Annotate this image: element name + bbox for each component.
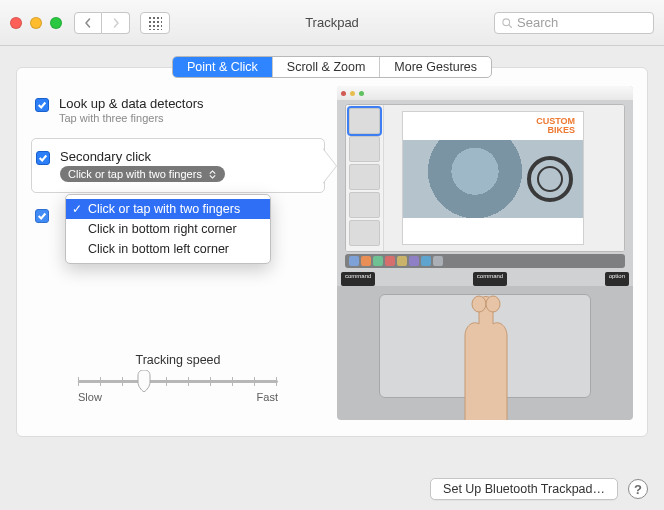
preview-key-row: command command option [337,272,633,286]
content: Point & Click Scroll & Zoom More Gesture… [0,46,664,510]
checkbox-tap-to-click[interactable] [35,209,49,223]
preview-area: CUSTOMBIKES command command option [337,86,633,420]
show-all-button[interactable] [140,12,170,34]
chevron-left-icon [83,18,93,28]
back-button[interactable] [74,12,102,34]
setting-secondary-selected: Click or tap with two fingers [68,168,202,180]
chevron-updown-icon [208,170,217,179]
search-placeholder: Search [517,15,558,30]
setting-lookup[interactable]: Look up & data detectors Tap with three … [31,86,325,134]
gesture-preview: CUSTOMBIKES command command option [337,86,633,424]
preview-window: CUSTOMBIKES [345,104,625,252]
menu-option-bottom-left[interactable]: Click in bottom left corner [66,239,270,259]
setting-lookup-title: Look up & data detectors [59,96,204,111]
tab-more-gestures[interactable]: More Gestures [380,57,491,77]
traffic-lights [10,17,62,29]
tab-scroll-and-zoom[interactable]: Scroll & Zoom [273,57,381,77]
svg-line-1 [509,24,512,27]
setting-secondary-click[interactable]: Secondary click Click or tap with two fi… [31,138,325,193]
slider-max-label: Fast [257,391,278,403]
search-input[interactable]: Search [494,12,654,34]
chevron-right-icon [111,18,121,28]
svg-point-2 [472,296,486,312]
help-button[interactable]: ? [628,479,648,499]
menu-option-bottom-right[interactable]: Click in bottom right corner [66,219,270,239]
hand-icon [425,286,545,420]
search-icon [501,17,513,29]
setting-secondary-select[interactable]: Click or tap with two fingers [60,166,225,182]
tab-point-and-click[interactable]: Point & Click [173,57,273,77]
fullscreen-window-button[interactable] [50,17,62,29]
check-icon [38,153,48,163]
tracking-speed-label: Tracking speed [31,353,325,367]
forward-button[interactable] [102,12,130,34]
check-icon [37,211,47,221]
footer: Set Up Bluetooth Trackpad… ? [16,478,648,500]
nav-buttons [74,12,130,34]
secondary-click-menu: Click or tap with two fingers Click in b… [65,194,271,264]
svg-point-3 [486,296,500,312]
preview-dock [345,254,625,268]
tab-bar: Point & Click Scroll & Zoom More Gesture… [16,56,648,78]
slider-min-label: Slow [78,391,102,403]
checkbox-lookup[interactable] [35,98,49,112]
menu-option-two-fingers[interactable]: Click or tap with two fingers [66,199,270,219]
setup-bluetooth-trackpad-button[interactable]: Set Up Bluetooth Trackpad… [430,478,618,500]
tracking-speed-area: Tracking speed Slow Fast [31,353,325,403]
minimize-window-button[interactable] [30,17,42,29]
preview-menubar [337,86,633,100]
checkbox-secondary[interactable] [36,151,50,165]
grid-icon [148,16,162,30]
setting-lookup-subtitle: Tap with three fingers [59,112,204,124]
close-window-button[interactable] [10,17,22,29]
slider-thumb-icon [137,370,151,392]
check-icon [37,100,47,110]
titlebar: Trackpad Search [0,0,664,46]
settings-panel: Look up & data detectors Tap with three … [16,67,648,437]
tracking-speed-slider[interactable] [78,371,278,391]
settings-list: Look up & data detectors Tap with three … [31,86,325,424]
setting-secondary-title: Secondary click [60,149,225,164]
